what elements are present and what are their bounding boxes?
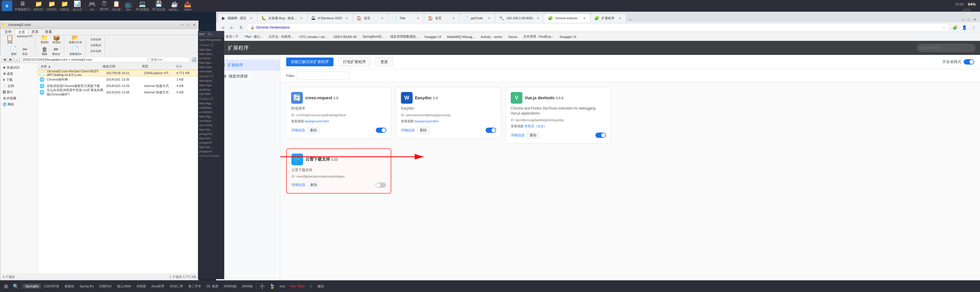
- delete-ext-button[interactable]: 删除: [527, 132, 539, 139]
- list-item[interactable]: https://tgg...: [198, 101, 224, 106]
- chrome-tab-home[interactable]: 🏠 首页 ✕: [353, 14, 388, 22]
- chrome-tab-ip[interactable]: 🔧 192.168.0.99:8081 ✕: [496, 14, 544, 22]
- taskbar-live[interactable]: 📺 live: [123, 0, 134, 12]
- bookmark-nacos[interactable]: Nacos: [506, 35, 520, 39]
- sidebar-keyboard-shortcuts[interactable]: ⌨ 键盘快捷键: [216, 71, 280, 82]
- tab-close-button[interactable]: ✕: [451, 16, 456, 21]
- menu-button[interactable]: ⋮: [969, 23, 978, 32]
- back-nav-button[interactable]: ◀: [218, 23, 227, 32]
- bookmark-activity[interactable]: Activity - sentry: [478, 35, 505, 39]
- list-item[interactable]: d=100701: [198, 56, 224, 61]
- chrome-tab-ext2[interactable]: 🧩 扩展程序 ✕: [591, 14, 626, 22]
- delete-button[interactable]: 🗑 删除: [40, 46, 50, 56]
- taskbar-folder-f2[interactable]: 📁 软件(F): [45, 0, 59, 12]
- taskbar-pc-cleaner2[interactable]: 💾 PC清洁器: [151, 0, 167, 12]
- taskbar-local-disk[interactable]: 🖥 本地磁盘(C): [13, 0, 32, 12]
- sidebar-extensions-link[interactable]: 🧩 扩展程序: [216, 60, 280, 71]
- list-item[interactable]: nuenfy3ep: [198, 106, 224, 110]
- tb-rest[interactable]: rest: [277, 284, 287, 289]
- tb-rav[interactable]: Rav: Rest: [288, 284, 307, 289]
- omnibox[interactable]: 🔒 chrome://extensions ☆: [247, 23, 950, 32]
- ext-search-input[interactable]: [917, 44, 975, 52]
- sidebar-documents[interactable]: 📄 文档: [0, 83, 38, 89]
- dev-mode-toggle[interactable]: [964, 59, 974, 65]
- new-tab-button[interactable]: ＋: [628, 17, 633, 22]
- taskbar-office[interactable]: 📊 办公(J): [71, 0, 84, 12]
- list-item[interactable]: https://gra...: [198, 61, 224, 65]
- list-item[interactable]: odeVmobil: [198, 70, 224, 74]
- copy-to-button[interactable]: 📁 复制到: [39, 35, 50, 45]
- tb-add-button[interactable]: ➕: [258, 281, 267, 291]
- search-input[interactable]: [149, 57, 190, 62]
- list-item[interactable]: https://wha...: [198, 52, 224, 56]
- extensions-button[interactable]: 🧩: [951, 23, 959, 32]
- sidebar-desktop[interactable]: 🖥 桌面: [0, 71, 38, 77]
- col-type[interactable]: 类型: [141, 64, 175, 68]
- col-date[interactable]: 修改日期: [101, 64, 141, 68]
- list-item[interactable]: yrGegGTol: [198, 149, 224, 154]
- bookmark-yapi[interactable]: YApi - 接口...: [242, 34, 265, 40]
- tb-csdn[interactable]: CSDN开发: [41, 284, 62, 289]
- ext-enable-toggle[interactable]: [376, 128, 387, 133]
- background-link[interactable]: background.html: [415, 119, 438, 123]
- list-item[interactable]: 000108c9s: [198, 79, 224, 83]
- list-item[interactable]: mer=16032: [198, 123, 224, 128]
- list-item[interactable]: http://192...: [198, 136, 224, 141]
- tb-g[interactable]: G: [307, 284, 315, 289]
- tb-search[interactable]: 搜索框: [62, 284, 76, 289]
- list-item[interactable]: https://tgg...: [198, 114, 224, 119]
- select-all-button[interactable]: 全部选择: [89, 37, 103, 42]
- list-item[interactable]: https://ope...: [198, 65, 224, 70]
- taskbar-share[interactable]: 📤 share: [182, 0, 194, 12]
- sidebar-this-pc[interactable]: 🖥 此电脑: [0, 95, 38, 101]
- list-item[interactable]: 1d5728bb: [198, 92, 224, 96]
- table-row[interactable]: 🌐 怎么在谷歌浏览器中安装.crx扩展名的离线Chrome插件? 2014/10…: [38, 89, 198, 95]
- tb-java-line[interactable]: JAVA线: [239, 284, 255, 289]
- taskbar-spring[interactable]: ☕ spring-...: [167, 0, 182, 12]
- list-item[interactable]: seutf23ac: [198, 87, 224, 92]
- bookmark-swagger[interactable]: Swagger UI: [422, 35, 443, 39]
- paste-button[interactable]: 📋 粘贴: [5, 35, 15, 45]
- tb-springbo[interactable]: SpringBo: [23, 284, 41, 289]
- chrome-tab-bug[interactable]: 🐛 冰直播-Bug - 推迭... ✕: [258, 14, 307, 22]
- start-button[interactable]: ⊞: [1, 281, 11, 291]
- select-none-button[interactable]: 全部取消: [89, 43, 103, 48]
- detail-link[interactable]: 详细信息: [291, 182, 305, 187]
- profile-button[interactable]: 👤: [960, 23, 968, 32]
- chrome-tab-home2[interactable]: 🏠 首页 ✕: [424, 14, 459, 22]
- ribbon-tab-home[interactable]: 主页: [15, 29, 28, 36]
- new-folder-button[interactable]: 📂 新建文件夹: [67, 35, 84, 45]
- minimize-button[interactable]: —: [180, 22, 185, 27]
- table-row[interactable]: 📄 chromeji3.com-ResSet-Client-REST-API-T…: [38, 70, 198, 76]
- cut-button[interactable]: ✂ 剪切: [19, 46, 30, 56]
- ext-enable-toggle[interactable]: [595, 133, 606, 138]
- tab-close-button[interactable]: ✕: [617, 16, 622, 21]
- bookmark-greybear[interactable]: GREY-BEAR-94: [331, 35, 359, 39]
- list-item[interactable]: unverify1e...: [198, 119, 224, 123]
- filter-input[interactable]: [297, 71, 350, 80]
- detail-link[interactable]: 详细信息: [291, 128, 305, 133]
- chrome-tab-getcode[interactable]: 📄 getCode ✕: [460, 14, 495, 22]
- tab-close-button[interactable]: ✕: [344, 16, 349, 21]
- sidebar-network[interactable]: 🌐 网络: [0, 101, 38, 108]
- list-item[interactable]: http://192...: [198, 145, 224, 149]
- tb-archive[interactable]: 存档器: [134, 284, 148, 289]
- taskbar-office2[interactable]: 📋 办公室: [110, 0, 123, 12]
- tb-jvm[interactable]: JVM内核: [221, 284, 239, 289]
- bookmark-domain[interactable]: 域名管理西数据统...: [388, 34, 421, 40]
- bookmark-rabbitmq[interactable]: RabbitMQ Manag...: [445, 35, 477, 39]
- list-item[interactable]: http://192...: [198, 128, 224, 132]
- list-item[interactable]: https://ope...: [198, 83, 224, 87]
- list-item[interactable]: yrGegGTol: [198, 141, 224, 145]
- delete-ext-button[interactable]: 删除: [308, 182, 320, 188]
- delete-ext-button[interactable]: 删除: [417, 127, 430, 134]
- chrome-tab-video[interactable]: ▶ 视频网 - 国宝 ✕: [218, 14, 257, 22]
- tab-close-button[interactable]: ✕: [415, 16, 420, 21]
- pack-extension-button[interactable]: 打包扩展程序: [338, 57, 371, 67]
- up-button[interactable]: ↑: [14, 57, 20, 62]
- chrome-tab-title[interactable]: 📄 Title ✕: [389, 14, 424, 22]
- sidebar-quick-access[interactable]: ★ 快速访问: [0, 65, 38, 71]
- sidebar-downloads[interactable]: ⬇ 下载: [0, 77, 38, 83]
- bookmark-filemanager[interactable]: 文件管理 - KindExp...: [521, 34, 556, 40]
- bookmark-yunbacang[interactable]: 云巴仓 - 在线管...: [266, 34, 296, 40]
